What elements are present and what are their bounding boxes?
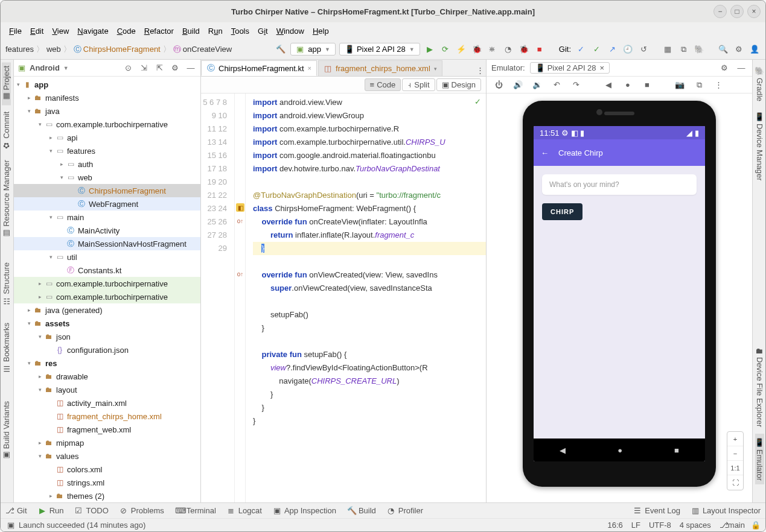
project-view-select[interactable]: Android [30, 63, 60, 72]
git-branch[interactable]: main [728, 521, 745, 530]
tree-session-nav-host[interactable]: ⒸMainSessionNavHostFragment [14, 237, 200, 250]
tree-web-fragment[interactable]: ⒸWebFragment [14, 197, 200, 211]
tree-drawable[interactable]: ▸🖿drawable [14, 370, 200, 383]
close-button[interactable]: × [747, 5, 761, 18]
crumb-web[interactable]: web [46, 45, 61, 54]
attach-debugger-icon[interactable]: 🐞 [518, 43, 530, 55]
back-arrow-icon[interactable]: ← [541, 148, 549, 157]
debug-button[interactable]: 🐞 [471, 43, 483, 55]
tree-chirps-home-fragment[interactable]: ⒸChirpsHomeFragment [14, 184, 200, 197]
screenshot-icon[interactable]: 📷 [674, 79, 686, 91]
run-tool-tab[interactable]: ▶Run [38, 506, 64, 515]
tree-json[interactable]: ▾🖿json [14, 330, 200, 343]
search-everywhere-icon[interactable]: 🔍 [717, 43, 729, 55]
menu-view[interactable]: View [48, 25, 72, 37]
device-select[interactable]: 📱 Pixel 2 API 28 ▼ [339, 43, 420, 55]
menu-run[interactable]: Run [205, 25, 226, 37]
home-icon[interactable]: ● [622, 79, 634, 91]
maximize-button[interactable]: □ [730, 5, 744, 18]
menu-help[interactable]: Help [309, 25, 333, 37]
menu-file[interactable]: File [5, 25, 25, 37]
nav-overview-icon[interactable]: ■ [674, 446, 679, 455]
record-icon[interactable]: ⧉ [693, 79, 705, 91]
zoom-in-button[interactable]: + [727, 432, 743, 446]
menu-edit[interactable]: Edit [27, 25, 47, 37]
resource-manager-tab[interactable]: ▤Resource Manager [2, 156, 11, 242]
menu-build[interactable]: Build [179, 25, 203, 37]
apply-changes-icon[interactable]: ⟳ [439, 43, 452, 55]
device-manager-tab[interactable]: 📱Device Manager [755, 108, 764, 185]
cursor-position[interactable]: 16:6 [607, 521, 622, 530]
sync-gradle-icon[interactable]: 🐘 [693, 43, 705, 55]
run-config-select[interactable]: ▣ app ▼ [290, 43, 336, 55]
hide-panel-icon[interactable]: — [735, 62, 747, 74]
collapse-all-icon[interactable]: ⇱ [153, 62, 165, 74]
tree-java-gen[interactable]: ▸🖿java (generated) [14, 303, 200, 317]
menu-window[interactable]: Window [273, 25, 308, 37]
vcs-rollback-icon[interactable]: ↺ [637, 43, 650, 55]
layout-inspector-tab[interactable]: ▥Layout Inspector [691, 506, 761, 515]
inspection-ok-icon[interactable]: ✓ [474, 97, 481, 106]
tree-colors[interactable]: ◫colors.xml [14, 463, 200, 476]
zoom-fit-button[interactable]: ⛶ [727, 475, 743, 490]
coverage-icon[interactable]: ⛯ [487, 43, 499, 55]
build-variants-tab[interactable]: ▣Build Variants [2, 397, 11, 464]
panel-settings-icon[interactable]: ⚙ [169, 62, 181, 74]
project-tool-tab[interactable]: ▦Project [2, 62, 11, 105]
git-tool-tab[interactable]: ⎇Git [5, 506, 27, 515]
tool-windows-icon[interactable]: ▣ [7, 521, 15, 530]
hide-panel-icon[interactable]: — [185, 62, 197, 74]
gutter-warning-icon[interactable]: ◧ [236, 203, 244, 212]
menu-tools[interactable]: Tools [228, 25, 253, 37]
volume-up-icon[interactable]: 🔊 [512, 79, 524, 91]
tree-values[interactable]: ▾🖿values [14, 449, 200, 463]
indent-settings[interactable]: 4 spaces [680, 521, 711, 530]
more-icon[interactable]: ⋮ [712, 79, 724, 91]
rotate-left-icon[interactable]: ↶ [551, 79, 563, 91]
tree-assets[interactable]: ▾🖿assets [14, 317, 200, 330]
viewmode-design[interactable]: ▣Design [436, 78, 481, 91]
hammer-icon[interactable]: 🔨 [275, 43, 287, 55]
tree-fragment-chirps-home[interactable]: ◫fragment_chirps_home.xml [14, 410, 200, 423]
gradle-tool-tab[interactable]: 🐘Gradle [755, 62, 764, 105]
volume-down-icon[interactable]: 🔉 [531, 79, 543, 91]
close-tab-icon[interactable]: × [308, 65, 311, 72]
minimize-button[interactable]: − [713, 5, 727, 18]
viewmode-split[interactable]: ⫞Split [402, 78, 435, 91]
event-log-tab[interactable]: ☰Event Log [633, 506, 680, 515]
tree-main-activity[interactable]: ⒸMainActivity [14, 224, 200, 237]
select-opened-file-icon[interactable]: ⊙ [122, 62, 134, 74]
zoom-out-button[interactable]: − [727, 446, 743, 461]
phone-screen[interactable]: 11:51 ⚙ ◧ ▮ ◢ ▮ ← Create Chirp What's on… [534, 126, 705, 461]
structure-tool-tab[interactable]: ☷Structure [2, 259, 11, 309]
tree-auth[interactable]: ▸▭auth [14, 157, 200, 171]
terminal-tool-tab[interactable]: ⌨Terminal [175, 506, 216, 515]
tree-pkg1[interactable]: ▾▭com.example.turbochirpernative [14, 118, 200, 131]
tree-java[interactable]: ▾🖿java [14, 104, 200, 118]
file-encoding[interactable]: UTF-8 [649, 521, 671, 530]
power-icon[interactable]: ⏻ [493, 79, 505, 91]
emulator-tool-tab[interactable]: 📱Emulator [755, 434, 764, 484]
crumb-features[interactable]: features [5, 45, 34, 54]
tree-manifests[interactable]: ▸🖿manifests [14, 91, 200, 104]
chirp-button[interactable]: CHIRP [542, 203, 582, 220]
panel-settings-icon[interactable]: ⚙ [718, 62, 730, 74]
menu-refactor[interactable]: Refactor [141, 25, 177, 37]
tree-configuration-json[interactable]: {}configuration.json [14, 343, 200, 356]
tree-strings[interactable]: ◫strings.xml [14, 476, 200, 489]
nav-back-icon[interactable]: ◀ [560, 446, 566, 455]
menu-navigate[interactable]: Navigate [74, 25, 112, 37]
crumb-file[interactable]: ChirpsHomeFragment [83, 45, 161, 54]
profile-icon[interactable]: ◔ [502, 43, 514, 55]
stop-button[interactable]: ■ [534, 43, 546, 55]
tree-web[interactable]: ▾▭web [14, 171, 200, 184]
build-tool-tab[interactable]: 🔨Build [347, 506, 376, 515]
commit-tool-tab[interactable]: ✿Commit [2, 108, 11, 154]
gutter-override-icon[interactable]: o↑ [236, 217, 244, 225]
tree-mipmap[interactable]: ▸🖿mipmap [14, 436, 200, 449]
chirp-input[interactable]: What's on your mind? [542, 174, 697, 195]
tree-features[interactable]: ▾▭features [14, 144, 200, 157]
apply-code-changes-icon[interactable]: ⚡ [455, 43, 467, 55]
viewmode-code[interactable]: ≡Code [365, 78, 401, 91]
menu-code[interactable]: Code [113, 25, 139, 37]
